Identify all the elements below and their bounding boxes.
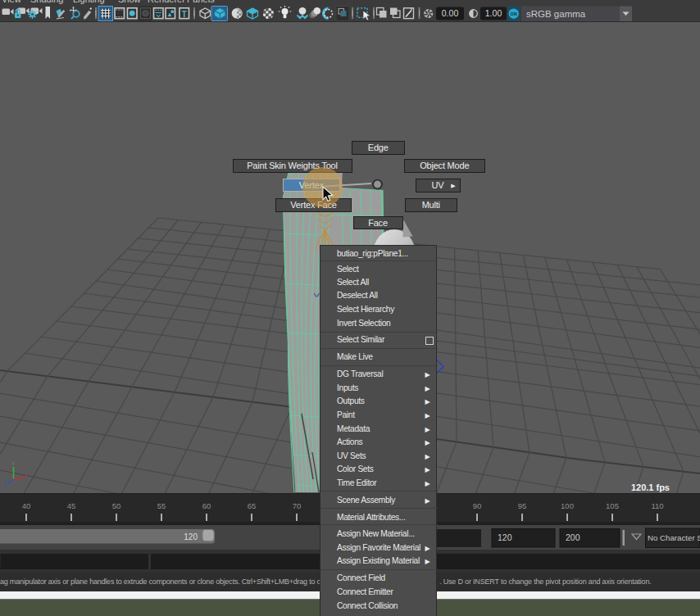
svg-text:70: 70 <box>293 501 302 510</box>
svg-text:ag manipulator axis or plane h: ag manipulator axis or plane handles to … <box>0 578 325 586</box>
svg-text:1.00: 1.00 <box>485 8 502 18</box>
svg-text:Y: Y <box>11 461 15 466</box>
svg-text:sRGB gamma: sRGB gamma <box>526 9 586 19</box>
svg-text:65: 65 <box>248 501 257 510</box>
svg-text:0.00: 0.00 <box>442 8 459 18</box>
svg-text:200: 200 <box>566 532 580 542</box>
svg-text:55: 55 <box>157 501 166 510</box>
svg-text:60: 60 <box>202 501 211 510</box>
svg-text:95: 95 <box>518 501 527 510</box>
svg-text:X: X <box>24 473 27 478</box>
svg-text:ON: ON <box>511 11 517 16</box>
svg-text:40: 40 <box>22 501 31 510</box>
svg-text:Z: Z <box>3 482 7 487</box>
svg-text:110: 110 <box>651 501 663 510</box>
svg-text:120: 120 <box>184 532 198 541</box>
svg-text:120: 120 <box>498 532 512 542</box>
svg-text:105: 105 <box>606 501 619 510</box>
svg-text:No Character S: No Character S <box>648 533 700 542</box>
svg-text:. Use D or INSERT to change th: . Use D or INSERT to change the pivot po… <box>439 578 652 586</box>
svg-text:45: 45 <box>67 501 76 510</box>
svg-text:90: 90 <box>473 501 482 510</box>
svg-text:T: T <box>182 10 187 19</box>
svg-text:100: 100 <box>561 501 574 510</box>
svg-text:50: 50 <box>112 501 121 510</box>
